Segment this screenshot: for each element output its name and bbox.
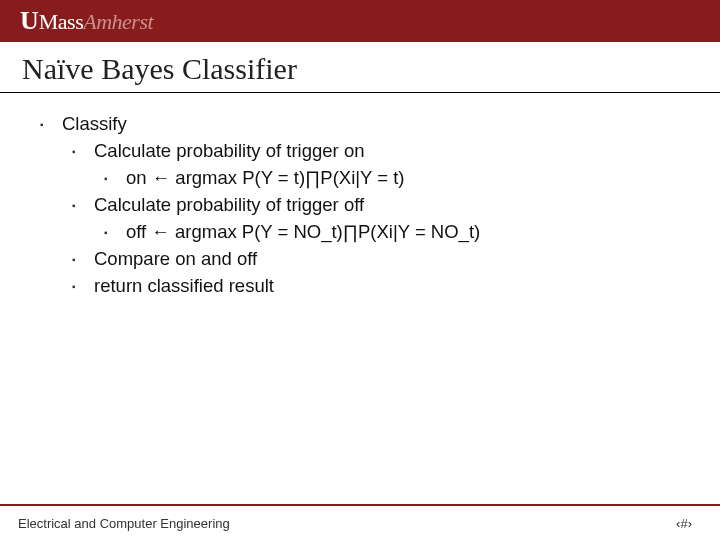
bullet-l2: ▪ return classified result: [40, 273, 680, 300]
bullet-text: on ← argmax P(Y = t)∏P(Xi|Y = t): [126, 165, 680, 192]
footer: Electrical and Computer Engineering ‹#›: [0, 504, 720, 540]
slide-content: ▪ Classify ▪ Calculate probability of tr…: [0, 93, 720, 300]
square-bullet-icon: ▪: [40, 111, 62, 138]
bullet-text: Calculate probability of trigger off: [94, 192, 680, 219]
bullet-l2: ▪ Compare on and off: [40, 246, 680, 273]
bullet-text: return classified result: [94, 273, 680, 300]
logo-amherst: Amherst: [83, 9, 153, 35]
title-area: Naïve Bayes Classifier: [0, 42, 720, 93]
bullet-l1: ▪ Classify: [40, 111, 680, 138]
bullet-l2: ▪ Calculate probability of trigger on: [40, 138, 680, 165]
square-bullet-icon: ▪: [72, 138, 94, 165]
square-bullet-icon: ▪: [72, 192, 94, 219]
footer-page-number: ‹#›: [676, 516, 692, 531]
square-bullet-icon: ▪: [104, 165, 126, 192]
bullet-l2: ▪ Calculate probability of trigger off: [40, 192, 680, 219]
footer-department: Electrical and Computer Engineering: [18, 516, 230, 531]
bullet-text: Classify: [62, 111, 680, 138]
bullet-text: Calculate probability of trigger on: [94, 138, 680, 165]
slide-title: Naïve Bayes Classifier: [22, 52, 698, 86]
logo-u: U: [20, 6, 39, 36]
bullet-text: off ← argmax P(Y = NO_t)∏P(Xi|Y = NO_t): [126, 219, 680, 246]
bullet-text: Compare on and off: [94, 246, 680, 273]
logo-mass: Mass: [39, 9, 83, 35]
umass-logo: U Mass Amherst: [20, 6, 153, 36]
bullet-l3: ▪ on ← argmax P(Y = t)∏P(Xi|Y = t): [40, 165, 680, 192]
square-bullet-icon: ▪: [104, 219, 126, 246]
square-bullet-icon: ▪: [72, 273, 94, 300]
bullet-l3: ▪ off ← argmax P(Y = NO_t)∏P(Xi|Y = NO_t…: [40, 219, 680, 246]
square-bullet-icon: ▪: [72, 246, 94, 273]
header-bar: U Mass Amherst: [0, 0, 720, 42]
